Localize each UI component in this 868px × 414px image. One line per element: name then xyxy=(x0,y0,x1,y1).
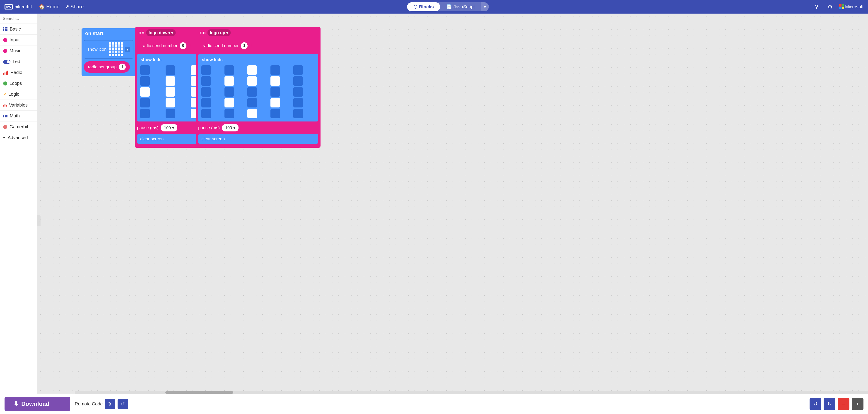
sidebar-item-advanced[interactable]: ▾ Advanced xyxy=(0,132,37,143)
undo-button[interactable]: ↺ xyxy=(810,398,822,410)
chevron-down-icon: ▾ xyxy=(3,136,5,140)
led-cell[interactable] xyxy=(224,98,234,107)
show-icon-button[interactable]: show icon ▾ xyxy=(84,40,133,59)
led-cell[interactable] xyxy=(140,65,150,75)
sidebar-item-variables[interactable]: Variables xyxy=(0,100,37,111)
sidebar-label-input: Input xyxy=(9,37,20,42)
led-cell[interactable] xyxy=(140,98,150,107)
led-cell[interactable] xyxy=(202,76,211,86)
settings-button[interactable]: ⚙ xyxy=(826,2,835,11)
home-icon: 🏠 xyxy=(39,4,45,10)
sidebar-expand-tab[interactable]: ‹ xyxy=(37,215,40,226)
led-cell[interactable] xyxy=(271,87,280,97)
led-cell[interactable] xyxy=(165,109,175,118)
led-cell[interactable] xyxy=(271,65,280,75)
led-cell[interactable] xyxy=(140,87,150,97)
toggle-dropdown[interactable]: ▾ xyxy=(481,2,489,11)
clear-screen-button-2[interactable]: clear screen xyxy=(198,134,318,144)
led-cell[interactable] xyxy=(165,65,175,75)
download-icon: ⬇ xyxy=(13,401,19,408)
led-cell[interactable] xyxy=(271,109,280,118)
led-cell[interactable] xyxy=(224,109,234,118)
led-cell[interactable] xyxy=(224,76,234,86)
radio-set-group-value[interactable]: 1 xyxy=(119,64,126,70)
led-grid-2[interactable] xyxy=(200,64,316,120)
remote-code-label: Remote Code xyxy=(75,401,103,407)
logo-up-label: logo up xyxy=(210,30,225,35)
led-cell[interactable] xyxy=(293,109,303,118)
radio-send-button-1[interactable]: radio send number 0 xyxy=(137,40,190,51)
home-link[interactable]: 🏠 Home xyxy=(39,4,60,10)
sidebar-label-radio: Radio xyxy=(10,70,22,75)
main-layout: 🔍 Basic Input Music Led xyxy=(0,13,868,414)
led-cell[interactable] xyxy=(165,76,175,86)
help-button[interactable]: ? xyxy=(812,2,821,11)
led-cell[interactable] xyxy=(247,98,257,107)
radio-set-group-button[interactable]: radio set group 1 xyxy=(84,61,130,73)
canvas-scrollbar-thumb[interactable] xyxy=(165,391,233,394)
led-cell[interactable] xyxy=(247,76,257,86)
show-icon-dropdown[interactable]: ▾ xyxy=(125,47,130,52)
on-logo-up-block: on logo up ▾ radio send number 1 xyxy=(196,27,320,148)
sidebar-item-music[interactable]: Music xyxy=(0,45,37,56)
led-cell[interactable] xyxy=(224,87,234,97)
sidebar-item-input[interactable]: Input xyxy=(0,35,37,45)
led-cell[interactable] xyxy=(165,98,175,107)
search-box: 🔍 xyxy=(0,13,37,24)
led-cell[interactable] xyxy=(140,76,150,86)
pause-dropdown-1[interactable]: 100 ▾ xyxy=(161,124,177,132)
javascript-tab[interactable]: 📄 JavaScript xyxy=(440,2,481,11)
canvas-area[interactable]: on start show icon ▾ xyxy=(37,13,868,414)
dropdown-arrow-icon: ▾ xyxy=(171,30,173,35)
led-cell[interactable] xyxy=(293,65,303,75)
sidebar-label-advanced: Advanced xyxy=(8,135,28,140)
led-cell[interactable] xyxy=(202,65,211,75)
on-logo-up-outer: on logo up ▾ radio send number 1 xyxy=(196,27,320,148)
sidebar-item-led[interactable]: Led xyxy=(0,56,37,67)
led-cell[interactable] xyxy=(293,76,303,86)
logo-up-dropdown[interactable]: logo up ▾ xyxy=(208,29,231,36)
sidebar-item-loops[interactable]: Loops xyxy=(0,78,37,89)
sidebar-item-basic[interactable]: Basic xyxy=(0,24,37,35)
blocks-tab[interactable]: ⬡ Blocks xyxy=(407,2,440,11)
sidebar-item-logic[interactable]: ✕ Logic xyxy=(0,89,37,100)
refresh-icon: ↺ xyxy=(121,401,125,407)
led-cell[interactable] xyxy=(165,87,175,97)
canvas-scrollbar[interactable] xyxy=(75,391,868,394)
led-cell[interactable] xyxy=(271,98,280,107)
svg-point-3 xyxy=(6,6,8,7)
logo-down-dropdown[interactable]: logo down ▾ xyxy=(146,29,176,36)
radio-send-button-2[interactable]: radio send number 1 xyxy=(199,40,252,51)
led-cell[interactable] xyxy=(202,98,211,107)
led-cell[interactable] xyxy=(140,109,150,118)
led-cell[interactable] xyxy=(293,87,303,97)
led-cell[interactable] xyxy=(293,98,303,107)
led-cell[interactable] xyxy=(202,87,211,97)
led-cell[interactable] xyxy=(247,109,257,118)
radio-send-value-2[interactable]: 1 xyxy=(241,42,248,49)
led-cell[interactable] xyxy=(247,87,257,97)
led-cell[interactable] xyxy=(271,76,280,86)
download-label: Download xyxy=(21,401,50,408)
header: micro:bit 🏠 Home ↗ Share ⬡ Blocks 📄 Java… xyxy=(0,0,868,13)
led-cell[interactable] xyxy=(247,65,257,75)
zoom-out-button[interactable]: − xyxy=(838,398,849,410)
logo[interactable]: micro:bit xyxy=(4,4,32,9)
remote-code-usb-button[interactable]: ⛕ xyxy=(105,399,115,409)
zoom-in-button[interactable]: + xyxy=(852,398,864,410)
on-label-2: on xyxy=(199,30,206,36)
led-cell[interactable] xyxy=(202,109,211,118)
logo-down-label: logo down xyxy=(149,30,170,35)
led-cell[interactable] xyxy=(224,65,234,75)
sidebar-item-math[interactable]: Math xyxy=(0,111,37,122)
sidebar-item-gamerbit[interactable]: Gamerbit xyxy=(0,122,37,132)
radio-send-value-1[interactable]: 0 xyxy=(180,42,186,49)
share-link[interactable]: ↗ Share xyxy=(65,4,84,10)
pause-label-1: pause (ms) xyxy=(137,125,159,130)
remote-code-refresh-button[interactable]: ↺ xyxy=(118,399,128,409)
search-input[interactable] xyxy=(3,16,37,21)
redo-button[interactable]: ↻ xyxy=(824,398,835,410)
pause-dropdown-2[interactable]: 100 ▾ xyxy=(222,124,239,132)
download-button[interactable]: ⬇ Download xyxy=(4,397,70,411)
sidebar-item-radio[interactable]: Radio xyxy=(0,67,37,78)
